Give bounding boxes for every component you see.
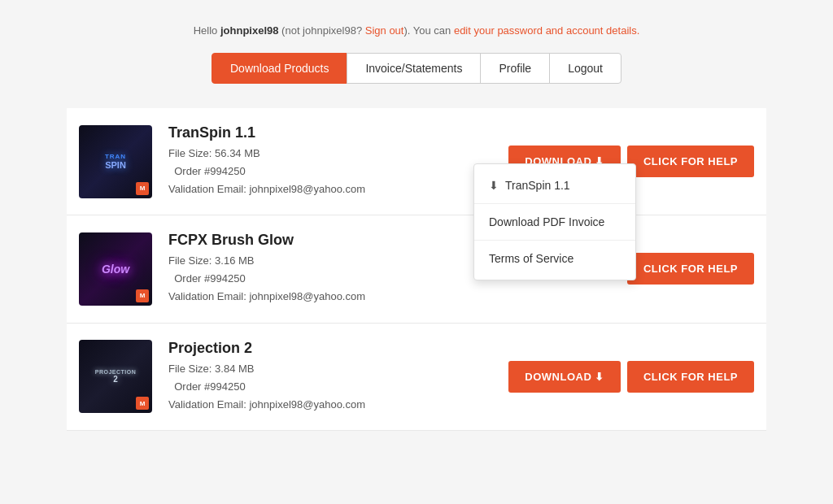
thumb-badge-transpin: M xyxy=(136,182,149,195)
download-icon-small: ⬇ xyxy=(489,179,499,192)
product-thumbnail-brushglow: Glow M xyxy=(79,232,152,306)
sign-out-link[interactable]: Sign out xyxy=(365,24,404,37)
product-meta-projection: File Size: 3.84 MB Order #994250 Validat… xyxy=(168,360,508,414)
dropdown-label-transpin: TranSpin 1.1 xyxy=(505,179,570,192)
thumb-badge-projection: M xyxy=(136,397,149,410)
order-transpin: Order #994250 xyxy=(168,163,508,180)
product-actions-brushglow: CLICK FOR HELP xyxy=(627,253,754,285)
product-info-projection: Projection 2 File Size: 3.84 MB Order #9… xyxy=(168,340,508,414)
tab-profile[interactable]: Profile xyxy=(480,53,550,84)
thumb-badge-brushglow: M xyxy=(136,289,149,302)
product-row-brushglow: Glow M FCPX Brush Glow File Size: 3.16 M… xyxy=(67,215,766,323)
help-button-projection[interactable]: CLICK FOR HELP xyxy=(627,361,754,393)
username: johnpixel98 xyxy=(220,24,279,37)
tab-download-products[interactable]: Download Products xyxy=(212,53,347,84)
product-row-transpin: TRAN SPIN M TranSpin 1.1 File Size: 56.3… xyxy=(67,108,766,215)
product-thumbnail-projection: PROJECTION 2 M xyxy=(79,340,152,413)
help-button-transpin[interactable]: CLICK FOR HELP xyxy=(627,146,754,177)
product-meta-transpin: File Size: 56.34 MB Order #994250 Valida… xyxy=(168,145,508,198)
message-prefix: Hello xyxy=(194,24,220,37)
dropdown-item-transpin[interactable]: ⬇ TranSpin 1.1 xyxy=(474,171,635,200)
download-dropdown: ⬇ TranSpin 1.1 Download PDF Invoice Term… xyxy=(473,163,636,280)
dropdown-item-tos[interactable]: Terms of Service xyxy=(474,244,635,273)
dropdown-label-pdf: Download PDF Invoice xyxy=(489,215,604,228)
file-size-projection: File Size: 3.84 MB xyxy=(168,360,508,378)
navigation-tabs: Download Products Invoice/Statements Pro… xyxy=(67,53,766,84)
message-middle: (not johnpixel98? xyxy=(279,24,365,37)
product-row-projection: PROJECTION 2 M Projection 2 File Size: 3… xyxy=(67,324,766,431)
tab-logout[interactable]: Logout xyxy=(549,53,621,84)
tab-invoice-statements[interactable]: Invoice/Statements xyxy=(347,53,481,84)
file-size-transpin: File Size: 56.34 MB xyxy=(168,145,508,163)
product-thumbnail-transpin: TRAN SPIN M xyxy=(79,125,152,198)
product-list: TRAN SPIN M TranSpin 1.1 File Size: 56.3… xyxy=(67,108,766,431)
product-name-projection: Projection 2 xyxy=(168,340,508,357)
product-info-transpin: TranSpin 1.1 File Size: 56.34 MB Order #… xyxy=(168,124,508,198)
edit-account-link[interactable]: edit your password and account details. xyxy=(454,24,639,37)
dropdown-divider-2 xyxy=(474,240,635,241)
help-button-brushglow[interactable]: CLICK FOR HELP xyxy=(627,253,754,285)
dropdown-divider-1 xyxy=(474,203,635,204)
account-message: Hello johnpixel98 (not johnpixel98? Sign… xyxy=(67,24,766,37)
download-button-projection[interactable]: DOWNLOAD ⬇ xyxy=(508,361,621,393)
dropdown-item-pdf[interactable]: Download PDF Invoice xyxy=(474,207,635,237)
validation-transpin: Validation Email: johnpixel98@yahoo.com xyxy=(168,180,508,198)
validation-brushglow: Validation Email: johnpixel98@yahoo.com xyxy=(168,288,627,306)
product-name-transpin: TranSpin 1.1 xyxy=(168,124,508,141)
product-actions-projection: DOWNLOAD ⬇ CLICK FOR HELP xyxy=(508,361,754,393)
dropdown-label-tos: Terms of Service xyxy=(489,252,574,265)
message-after-signout: ). You can xyxy=(403,24,453,37)
validation-projection: Validation Email: johnpixel98@yahoo.com xyxy=(168,396,508,414)
order-projection: Order #994250 xyxy=(168,378,508,396)
